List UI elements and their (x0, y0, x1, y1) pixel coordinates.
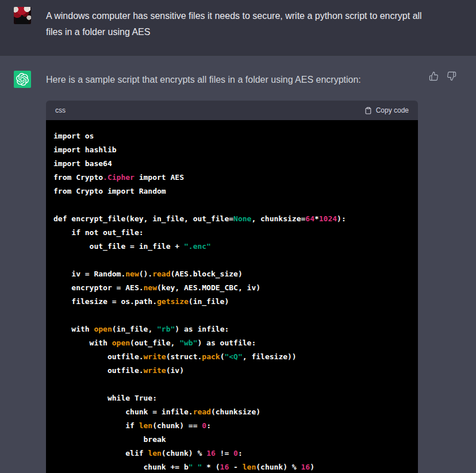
code-token: iv = Random. (53, 270, 125, 278)
code-body: import osimport hashlibimport base64from… (46, 120, 418, 473)
code-line: outfile.write(struct.pack("<Q", filesize… (53, 350, 410, 364)
assistant-content: Here is a sample script that encrypts al… (46, 71, 462, 473)
thumbs-down-button[interactable] (447, 71, 456, 81)
code-line: filesize = os.path.getsize(in_file) (53, 295, 410, 309)
code-line (53, 309, 410, 322)
code-token: if (53, 421, 139, 430)
code-token: (iv) (166, 366, 184, 375)
code-token: if not out_file: (53, 228, 144, 237)
code-line: from Crypto import Random (53, 184, 410, 198)
code-line: from Crypto.Cipher import AES (53, 171, 410, 184)
code-header: css Copy code (46, 101, 418, 120)
user-message-text: A windows computer has sensitive files i… (46, 7, 425, 55)
code-token: out_file = in_file + (53, 242, 184, 251)
code-token: 16 (206, 449, 216, 457)
code-token: write (144, 366, 166, 375)
code-token: : (206, 421, 211, 430)
code-token: len (139, 421, 152, 430)
code-token: 16 (220, 463, 229, 471)
code-token: " " (189, 463, 202, 471)
code-token: (in_file, (112, 325, 157, 333)
code-line: if len(chunk) == 0: (53, 419, 410, 433)
code-token: read (193, 407, 211, 416)
code-token: import hashlib (53, 145, 117, 154)
code-token: (out_file, (130, 339, 179, 347)
code-token: read (152, 270, 170, 278)
code-token: len (148, 449, 161, 457)
code-token: (struct. (166, 352, 202, 361)
assistant-message-section: Here is a sample script that encrypts al… (0, 55, 476, 473)
code-token: ): (337, 214, 346, 223)
code-token: open (94, 325, 112, 333)
code-token: new (125, 270, 139, 278)
code-token: (chunk) == (152, 421, 202, 430)
clipboard-icon (364, 106, 372, 115)
code-token: 16 (301, 463, 310, 471)
assistant-avatar (14, 71, 31, 88)
code-token: with (53, 339, 112, 347)
code-token: * ( (202, 463, 220, 471)
code-token: import AES (135, 173, 184, 182)
code-token: (chunksize) (211, 407, 260, 416)
feedback-buttons (429, 71, 456, 81)
code-line: import base64 (53, 157, 410, 171)
code-line: chunk = infile.read(chunksize) (53, 405, 410, 419)
thumbs-up-button[interactable] (429, 71, 439, 81)
code-token: "rb" (157, 325, 175, 333)
code-token: while True: (53, 394, 157, 402)
code-line: if not out_file: (53, 226, 410, 240)
code-token: pack (202, 352, 220, 361)
code-token: outfile. (53, 352, 144, 361)
code-token: write (144, 352, 166, 361)
code-token: ) as infile: (175, 325, 229, 333)
user-avatar (14, 7, 31, 24)
code-token: getsize (157, 297, 189, 306)
code-token: ) as outfile: (197, 339, 256, 347)
code-token: None (233, 214, 251, 223)
code-line (53, 378, 410, 391)
code-token: "wb" (179, 339, 197, 347)
code-token: 0 (233, 449, 238, 457)
code-token: from Crypto import Random (53, 187, 166, 195)
code-token: from Crypto (53, 173, 103, 182)
code-token: (in_file) (189, 297, 229, 306)
code-token: 0 (202, 421, 206, 430)
assistant-message-text: Here is a sample script that encrypts al… (46, 71, 402, 88)
code-token: ".enc" (184, 242, 211, 251)
code-line: chunk += b" " * (16 - len(chunk) % 16) (53, 460, 410, 473)
code-line: with open(in_file, "rb") as infile: (53, 322, 410, 336)
code-token: open (112, 339, 130, 347)
user-message-section: A windows computer has sensitive files i… (0, 0, 476, 55)
code-token: encryptor = AES. (53, 283, 144, 292)
code-token: import base64 (53, 159, 112, 168)
code-line (53, 198, 410, 212)
code-token: 1024 (319, 214, 337, 223)
code-token: , chunksize= (251, 214, 305, 223)
code-block: css Copy code import osimport hashlibimp… (46, 101, 418, 473)
code-line: encryptor = AES.new(key, AES.MODE_CBC, i… (53, 281, 410, 295)
code-token: ) (310, 463, 314, 471)
code-line: def encrypt_file(key, in_file, out_file=… (53, 212, 410, 226)
code-token: outfile. (53, 366, 144, 375)
code-token: chunk += b (53, 463, 189, 471)
code-token: new (144, 283, 157, 292)
code-line: import hashlib (53, 143, 410, 157)
code-language-label: css (55, 106, 66, 114)
code-line: import os (53, 129, 410, 143)
code-line: iv = Random.new().read(AES.block_size) (53, 267, 410, 281)
code-token: != (216, 449, 233, 457)
copy-code-button[interactable]: Copy code (364, 106, 409, 115)
code-line: out_file = in_file + ".enc" (53, 240, 410, 253)
thumbs-up-icon (429, 71, 439, 81)
code-line: outfile.write(iv) (53, 364, 410, 378)
code-token: chunk = infile. (53, 407, 193, 416)
code-line: break (53, 433, 410, 447)
code-token: elif (53, 449, 148, 457)
code-token: .Cipher (103, 173, 135, 182)
code-line: with open(out_file, "wb") as outfile: (53, 336, 410, 350)
code-token: (key, AES.MODE_CBC, iv) (157, 283, 260, 292)
code-token: len (243, 463, 256, 471)
code-token: "<Q" (224, 352, 242, 361)
code-token: : (238, 449, 243, 457)
code-token: - (229, 463, 242, 471)
